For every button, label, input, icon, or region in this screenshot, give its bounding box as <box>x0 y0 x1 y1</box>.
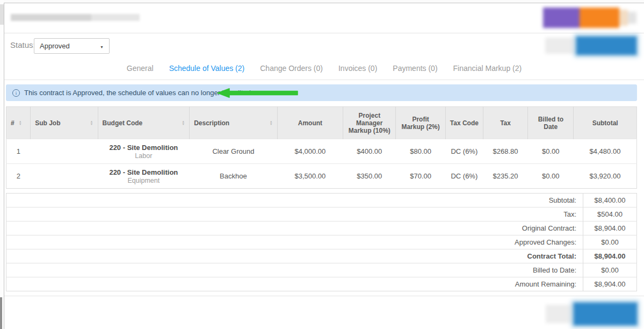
column-header-budget-code[interactable]: Budget Code <box>98 107 190 139</box>
column-header-sub-job[interactable]: Sub Job <box>31 107 98 139</box>
tab-general[interactable]: General <box>127 64 154 73</box>
cell-sub-job <box>31 164 98 189</box>
redacted-small-button[interactable] <box>619 10 628 26</box>
summary-label: Original Contract: <box>6 221 583 235</box>
cell-tax-code: DC (6%) <box>445 164 483 189</box>
cell-billed-to-date: $0.00 <box>528 164 574 189</box>
cell-tax: $235.20 <box>483 164 527 189</box>
column-header-description[interactable]: Description <box>190 107 278 139</box>
sort-icon <box>90 120 93 126</box>
summary-label: Amount Remaining: <box>6 277 583 291</box>
summary-value: $504.00 <box>583 208 637 221</box>
summary-row-billed-to-date: Billed to Date: $0.00 <box>6 263 637 277</box>
summary-row-subtotal: Subtotal: $8,400.00 <box>6 194 637 208</box>
summary-label: Subtotal: <box>6 194 583 208</box>
redacted-gray-button[interactable] <box>546 305 574 323</box>
cell-subtotal: $3,920.00 <box>574 164 637 189</box>
summary-value: $8,904.00 <box>583 277 637 291</box>
cell-num: 2 <box>6 164 31 189</box>
table-row: 2 220 - Site Demolition Equipment Backho… <box>6 164 637 189</box>
sort-icon <box>19 120 22 126</box>
schedule-of-values-table: # Sub Job Budget Code Description Amount… <box>6 106 637 189</box>
cell-amount: $4,000.00 <box>277 139 343 164</box>
summary-row-original-contract: Original Contract: $8,904.00 <box>6 221 637 235</box>
cell-budget-code: 220 - Site Demolition Labor <box>98 139 190 164</box>
cell-pm-markup: $350.00 <box>343 164 396 189</box>
chevron-down-icon <box>100 42 104 50</box>
approved-changes-link[interactable]: $0.00 <box>583 235 637 249</box>
summary-value: $8,904.00 <box>583 249 637 263</box>
background-artifact <box>0 297 2 329</box>
schedule-of-values-panel: This contract is Approved, the schedule … <box>4 80 644 326</box>
cell-sub-job <box>31 139 98 164</box>
cell-tax: $268.80 <box>483 139 527 164</box>
column-header-billed-to-date: Billed to Date <box>528 107 574 139</box>
cell-num: 1 <box>6 139 31 164</box>
cell-description: Backhoe <box>190 164 278 189</box>
cell-pm-markup: $400.00 <box>343 139 396 164</box>
footer-action-buttons <box>546 303 637 325</box>
redacted-blue-button[interactable] <box>574 303 637 325</box>
sort-icon <box>270 120 273 126</box>
redacted-orange-button[interactable] <box>580 8 619 28</box>
tab-payments[interactable]: Payments (0) <box>393 64 437 73</box>
info-icon <box>12 89 20 97</box>
redacted-blue-button[interactable] <box>576 37 636 55</box>
cell-billed-to-date: $0.00 <box>528 139 574 164</box>
dialog-header <box>4 3 644 33</box>
cell-profit-markup: $70.00 <box>396 164 445 189</box>
column-header-profit-markup: Profit Markup (2%) <box>396 107 445 139</box>
status-action-buttons <box>545 37 636 55</box>
approved-info-banner: This contract is Approved, the schedule … <box>6 84 637 101</box>
billed-to-date-link[interactable]: $0.00 <box>583 263 637 277</box>
page-left-gutter <box>0 0 4 329</box>
redacted-small-button[interactable] <box>628 12 636 24</box>
background-artifact <box>0 4 4 25</box>
summary-row-amount-remaining: Amount Remaining: $8,904.00 <box>6 277 637 291</box>
summary-row-contract-total: Contract Total: $8,904.00 <box>6 249 637 263</box>
summary-label: Contract Total: <box>6 249 583 263</box>
summary-row-tax: Tax: $504.00 <box>6 208 637 221</box>
cell-description: Clear Ground <box>190 139 278 164</box>
column-header-pm-markup: Project Manager Markup (10%) <box>343 107 396 139</box>
column-header-subtotal: Subtotal <box>574 107 637 139</box>
table-row: 1 220 - Site Demolition Labor Clear Grou… <box>6 139 637 164</box>
dialog-footer <box>6 296 637 326</box>
contract-dialog: Status: Approved General Schedule of Val… <box>4 3 644 329</box>
redacted-contract-title <box>11 14 140 21</box>
tab-financial-markup[interactable]: Financial Markup (2) <box>453 64 522 73</box>
column-header-tax-code: Tax Code <box>445 107 483 139</box>
status-bar: Status: Approved <box>4 33 644 57</box>
tab-invoices[interactable]: Invoices (0) <box>338 64 377 73</box>
summary-row-approved-changes: Approved Changes: $0.00 <box>6 235 637 249</box>
status-dropdown-value: Approved <box>40 42 70 50</box>
table-header-row: # Sub Job Budget Code Description Amount… <box>6 107 637 139</box>
summary-value: $8,904.00 <box>583 221 637 235</box>
column-header-num[interactable]: # <box>6 107 31 139</box>
cell-subtotal: $4,480.00 <box>574 139 637 164</box>
column-header-amount: Amount <box>277 107 343 139</box>
redacted-gray-button[interactable] <box>545 38 576 54</box>
summary-label: Tax: <box>6 208 583 221</box>
annotation-arrow <box>217 88 299 98</box>
tab-schedule-of-values[interactable]: Schedule of Values (2) <box>169 64 245 73</box>
cell-amount: $3,500.00 <box>277 164 343 189</box>
summary-value: $8,400.00 <box>583 194 637 208</box>
cell-budget-code: 220 - Site Demolition Equipment <box>98 164 190 189</box>
header-action-buttons <box>543 6 636 29</box>
sort-icon <box>182 120 185 126</box>
contract-tabs: General Schedule of Values (2) Change Or… <box>4 57 644 80</box>
status-dropdown[interactable]: Approved <box>34 38 110 54</box>
cell-profit-markup: $80.00 <box>396 139 445 164</box>
status-label: Status: <box>10 40 35 49</box>
summary-label: Approved Changes: <box>6 235 583 249</box>
summary-label: Billed to Date: <box>6 263 583 277</box>
cell-tax-code: DC (6%) <box>445 139 483 164</box>
tab-change-orders[interactable]: Change Orders (0) <box>260 64 323 73</box>
column-header-tax: Tax <box>483 107 527 139</box>
redacted-purple-button[interactable] <box>543 8 580 28</box>
totals-summary-table: Subtotal: $8,400.00 Tax: $504.00 Origina… <box>6 193 637 291</box>
